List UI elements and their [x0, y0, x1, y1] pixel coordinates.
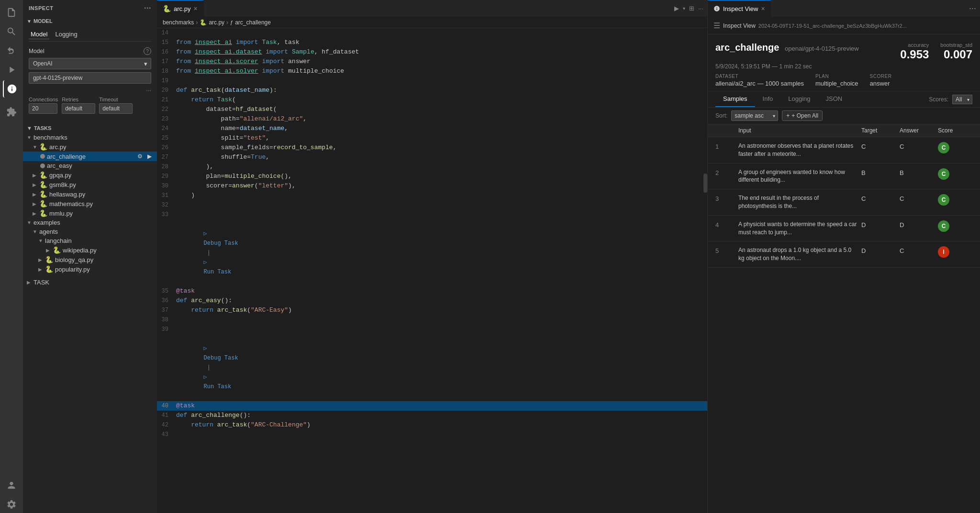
run-dropdown-icon[interactable]: ▾ — [683, 6, 685, 11]
line-content-27: shuffle=True, — [176, 153, 700, 162]
line-num-44: 43 — [157, 430, 176, 439]
inspect-breadcrumb-title: Inspect View — [723, 22, 756, 29]
sidebar-item-examples[interactable]: ▼ examples — [23, 218, 157, 227]
config-form: Model Logging Model ? OpenAI Anthropic ·… — [23, 26, 157, 121]
sidebar-item-benchmarks[interactable]: ▼ benchmarks — [23, 133, 157, 142]
run-icon[interactable] — [3, 61, 20, 78]
line-num-41: 40 — [157, 401, 176, 411]
breadcrumb-arc-challenge[interactable]: arc_challenge — [235, 19, 271, 26]
scores-label: Scores: — [929, 96, 948, 103]
result-tab-json[interactable]: JSON — [818, 91, 850, 107]
sidebar-item-langchain[interactable]: ▼ langchain — [23, 236, 157, 245]
editor-scrollbar[interactable] — [703, 174, 707, 193]
timeout-input[interactable] — [99, 103, 133, 114]
line-content-43: return arc_task("ARC-Challenge") — [176, 420, 700, 430]
code-line-31: 31 ) — [157, 191, 707, 200]
sidebar-item-gsm8k[interactable]: ▶ 🐍 gsm8k.py — [23, 180, 157, 189]
files-icon[interactable] — [3, 4, 20, 21]
tasks-chevron: ▼ — [27, 125, 32, 131]
sidebar-item-mathematics[interactable]: ▶ 🐍 mathematics.py — [23, 199, 157, 208]
table-row[interactable]: 3 The end result in the process of photo… — [708, 189, 980, 216]
sidebar-item-agents[interactable]: ▼ agents — [23, 227, 157, 236]
code-line-23: 23 path="allenai/ai2_arc", — [157, 114, 707, 124]
arc-py-tab-icon: 🐍 — [163, 5, 171, 12]
account-icon[interactable] — [3, 477, 20, 494]
sidebar-item-task[interactable]: ▶ TASK — [23, 278, 157, 287]
inspect-tab-more[interactable]: ··· — [969, 3, 980, 13]
line-content-41: @task — [176, 401, 700, 411]
arc-challenge-run-icon[interactable]: ▶ — [145, 153, 153, 160]
sort-label: Sort: — [715, 112, 727, 119]
arc-py-close-icon[interactable]: × — [193, 5, 197, 12]
run-split-icon[interactable]: ▶ — [674, 5, 679, 12]
open-all-button[interactable]: + + Open All — [782, 110, 823, 121]
tab-logging[interactable]: Logging — [53, 30, 79, 39]
sidebar-item-wikipedia[interactable]: ▶ 🐍 wikipedia.py — [23, 245, 157, 255]
breadcrumb-arc-py[interactable]: arc.py — [209, 19, 224, 26]
more-dots-icon[interactable]: ··· — [146, 87, 151, 94]
editor-more-icon[interactable]: ··· — [698, 5, 703, 12]
connections-input[interactable] — [29, 103, 57, 114]
line-num-33: 33 — [157, 210, 176, 219]
result-tab-logging[interactable]: Logging — [780, 91, 818, 107]
table-row[interactable]: 5 An astronaut drops a 1.0 kg object and… — [708, 241, 980, 268]
sidebar-item-arc-py[interactable]: ▼ 🐍 arc.py — [23, 142, 157, 152]
sidebar-item-arc-challenge[interactable]: arc_challenge ⚙ ▶ — [23, 152, 157, 161]
code-line-16: 16 from inspect_ai.dataset import Sample… — [157, 47, 707, 57]
split-editor-icon[interactable]: ⊞ — [689, 5, 694, 12]
eval-meta-row: DATASET allenai/ai2_arc — 1000 samples P… — [715, 74, 972, 87]
debug-icon-1: ▷ — [204, 230, 207, 237]
sidebar-item-hellaswag[interactable]: ▶ 🐍 hellaswag.py — [23, 189, 157, 199]
sidebar-item-arc-easy[interactable]: arc_easy — [23, 161, 157, 170]
sidebar-item-biology-qa[interactable]: ▶ 🐍 biology_qa.py — [23, 255, 157, 264]
model-provider-select[interactable]: OpenAI Anthropic — [29, 58, 151, 69]
dataset-key: DATASET — [715, 74, 804, 79]
code-line-22: 22 dataset=hf_dataset( — [157, 105, 707, 114]
run-task-link-1[interactable]: Run Task — [204, 269, 232, 275]
source-control-icon[interactable] — [3, 42, 20, 59]
table-row[interactable]: 2 A group of engineers wanted to know ho… — [708, 164, 980, 190]
extensions-icon[interactable] — [3, 103, 20, 120]
tab-inspect-view[interactable]: Inspect View × — [708, 0, 771, 17]
tab-arc-py[interactable]: 🐍 arc.py × — [157, 0, 204, 17]
connections-label: Connections — [29, 97, 58, 102]
sidebar-item-gpqa[interactable]: ▶ 🐍 gpqa.py — [23, 170, 157, 180]
code-editor[interactable]: 14 15 from inspect_ai import Task, task … — [157, 28, 707, 513]
row-answer-3: C — [900, 194, 938, 202]
debug-task-link-2[interactable]: Debug Task — [204, 355, 238, 361]
result-tab-samples[interactable]: Samples — [715, 91, 755, 107]
sidebar-more-icon[interactable]: ··· — [144, 4, 151, 12]
eval-metrics: accuracy 0.953 bootstrap_std 0.007 — [900, 42, 972, 61]
config-section-title[interactable]: ▼ Model — [23, 16, 157, 26]
scores-select[interactable]: All — [952, 95, 972, 104]
tab-model[interactable]: Model — [29, 30, 49, 39]
inspect-menu-icon[interactable]: ☰ — [713, 21, 720, 30]
config-chevron: ▼ — [27, 19, 32, 24]
run-task-link-2[interactable]: Run Task — [204, 383, 232, 390]
settings-icon[interactable] — [3, 496, 20, 513]
accuracy-label: accuracy — [908, 42, 929, 48]
arc-easy-circle-icon — [40, 164, 45, 168]
table-row[interactable]: 1 An astronomer observes that a planet r… — [708, 137, 980, 164]
table-row[interactable]: 4 A physicist wants to determine the spe… — [708, 216, 980, 242]
sort-select[interactable]: sample asc sample desc score asc score d… — [731, 110, 778, 121]
row-answer-2: B — [900, 168, 938, 176]
model-name-input[interactable] — [29, 72, 151, 84]
code-line-25: 25 split="test", — [157, 133, 707, 143]
gsm8k-chevron: ▶ — [33, 182, 38, 187]
arc-challenge-config-icon[interactable]: ⚙ — [136, 153, 144, 160]
line-content-22: dataset=hf_dataset( — [176, 105, 700, 114]
debug-task-link-1[interactable]: Debug Task — [204, 240, 238, 247]
inspect-view-close-icon[interactable]: × — [761, 5, 765, 12]
info-icon[interactable] — [3, 80, 20, 98]
retries-input[interactable] — [62, 103, 95, 114]
result-tab-info[interactable]: Info — [755, 91, 781, 107]
agents-chevron: ▼ — [33, 229, 38, 234]
breadcrumb-benchmarks[interactable]: benchmarks — [163, 19, 194, 26]
model-info-icon[interactable]: ? — [144, 47, 151, 55]
line-content-31: ) — [176, 191, 700, 200]
sidebar-item-mmlu[interactable]: ▶ 🐍 mmlu.py — [23, 208, 157, 218]
tasks-section: ▼ TASKS ▼ benchmarks ▼ 🐍 arc.py arc_chal… — [23, 121, 157, 513]
sidebar-item-popularity[interactable]: ▶ 🐍 popularity.py — [23, 264, 157, 274]
search-icon[interactable] — [3, 23, 20, 40]
